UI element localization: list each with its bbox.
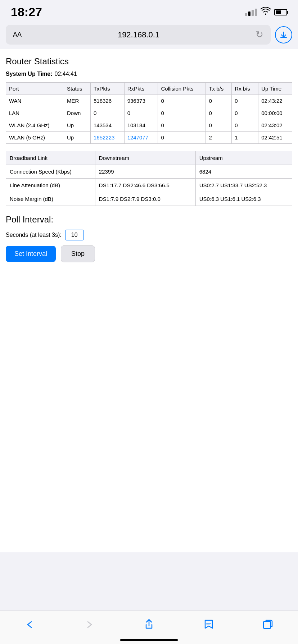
table-row: Connection Speed (Kbps)223996824 [6,165,292,179]
table-cell: 1247077 [124,132,158,144]
tabs-button[interactable] [254,616,282,633]
table-cell: 143534 [90,119,124,132]
tabs-icon [262,618,275,631]
battery-icon [274,9,287,15]
table-cell: Up [64,119,90,132]
table-cell: 2 [206,132,232,144]
share-icon [143,618,155,631]
table-cell: 0 [158,95,206,107]
forward-icon [83,618,96,631]
col-txbs: Tx b/s [206,83,232,95]
table-cell: LAN [6,107,64,119]
wifi-icon [261,7,271,17]
table-cell: 1652223 [90,132,124,144]
table-cell: Connection Speed (Kbps) [6,165,95,179]
bb-col-upstream: Upstream [195,151,292,165]
col-status: Status [64,83,90,95]
aa-text[interactable]: AA [13,31,22,38]
table-row: Noise Margin (dB)DS1:7.9 DS2:7.9 DS3:0.0… [6,192,292,206]
table-cell: 22399 [95,165,195,179]
bb-col-link: Broadband Link [6,151,95,165]
back-button[interactable] [16,616,44,633]
svg-rect-0 [263,621,271,629]
poll-title: Poll Interval: [6,215,292,225]
broadband-table: Broadband Link Downstream Upstream Conne… [6,151,292,206]
bookmarks-button[interactable] [195,616,222,633]
table-cell: 0 [158,119,206,132]
table-cell: WLAN (5 GHz) [6,132,64,144]
table-cell: 02:42:51 [258,132,292,144]
status-time: 18:27 [11,5,42,19]
table-cell: Down [64,107,90,119]
buttons-row: Set Interval Stop [6,245,292,262]
poll-label: Seconds (at least 3s): [6,232,62,238]
col-collision: Collision Pkts [158,83,206,95]
table-row: Line Attenuation (dB)DS1:17.7 DS2:46.6 D… [6,179,292,192]
table-cell: 936373 [124,95,158,107]
signal-icon [245,9,257,16]
status-icons [245,7,287,17]
home-indicator [120,639,178,641]
table-cell: 02:43:22 [258,95,292,107]
table-cell: Line Attenuation (dB) [6,179,95,192]
table-row: WANMER51832693637300002:43:22 [6,95,292,107]
col-uptime: Up Time [258,83,292,95]
col-rxbs: Rx b/s [232,83,258,95]
table-cell: Up [64,132,90,144]
table-row: WLAN (5 GHz)Up1652223124707702102:42:51 [6,132,292,144]
col-rxpkts: RxPkts [124,83,158,95]
url-text: 192.168.0.1 [22,30,256,40]
browser-bar: AA 192.168.0.1 ↻ [0,22,298,49]
table-cell: 0 [124,107,158,119]
status-bar: 18:27 [0,0,298,22]
refresh-button[interactable]: ↻ [256,29,263,40]
table-cell: 0 [206,107,232,119]
uptime-value: 02:44:41 [55,71,77,77]
back-icon [23,618,36,631]
table-row: WLAN (2.4 GHz)Up14353410318400002:43:02 [6,119,292,132]
table-cell: WLAN (2.4 GHz) [6,119,64,132]
table-cell: 0 [206,119,232,132]
table-cell: 1 [232,132,258,144]
col-port: Port [6,83,64,95]
table-cell: 6824 [195,165,292,179]
table-cell: US0:6.3 US1:6.1 US2:6.3 [195,192,292,206]
section-title: Router Statistics [6,56,292,66]
download-button[interactable] [275,26,292,43]
table-cell: 02:43:02 [258,119,292,132]
table-cell: DS1:7.9 DS2:7.9 DS3:0.0 [95,192,195,206]
uptime-row: System Up Time: 02:44:41 [6,71,292,77]
table-cell: MER [64,95,90,107]
table-cell: US0:2.7 US1:33.7 US2:52.3 [195,179,292,192]
col-txpkts: TxPkts [90,83,124,95]
table-cell: 518326 [90,95,124,107]
poll-row: Seconds (at least 3s): [6,230,292,240]
table-cell: 0 [158,107,206,119]
table-cell: DS1:17.7 DS2:46.6 DS3:66.5 [95,179,195,192]
uptime-label: System Up Time: [6,71,53,77]
stop-button[interactable]: Stop [61,245,95,262]
table-cell: 0 [232,107,258,119]
poll-input[interactable] [65,230,84,240]
table-cell: 0 [232,95,258,107]
bb-col-downstream: Downstream [95,151,195,165]
main-content: Router Statistics System Up Time: 02:44:… [0,49,298,552]
table-cell: 103184 [124,119,158,132]
stats-table: Port Status TxPkts RxPkts Collision Pkts… [6,82,292,144]
table-cell: Noise Margin (dB) [6,192,95,206]
download-icon [280,31,288,39]
table-cell: WAN [6,95,64,107]
table-cell: 0 [90,107,124,119]
table-cell: 0 [158,132,206,144]
forward-button[interactable] [76,616,103,633]
table-cell: 00:00:00 [258,107,292,119]
table-cell: 0 [232,119,258,132]
bookmarks-icon [202,618,215,631]
url-bar[interactable]: AA 192.168.0.1 ↻ [6,25,271,45]
table-cell: 0 [206,95,232,107]
table-row: LANDown0000000:00:00 [6,107,292,119]
set-interval-button[interactable]: Set Interval [6,246,56,262]
poll-section: Poll Interval: Seconds (at least 3s): Se… [6,215,292,262]
share-button[interactable] [135,616,163,633]
